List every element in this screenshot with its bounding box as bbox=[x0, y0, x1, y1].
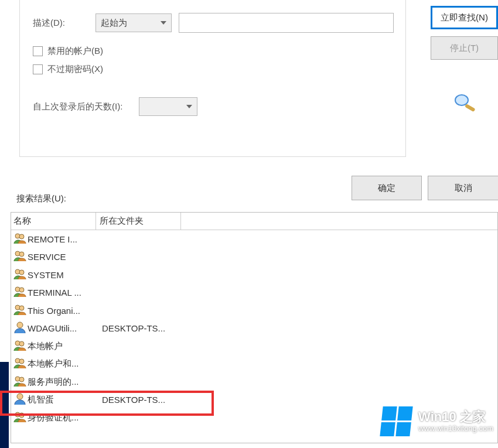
table-row[interactable]: This Organi... bbox=[11, 302, 497, 320]
results-header: 名称 所在文件夹 bbox=[11, 213, 497, 230]
svg-point-14 bbox=[19, 341, 24, 346]
table-row[interactable]: 服务声明的... bbox=[11, 373, 497, 391]
group-icon bbox=[13, 286, 26, 299]
days-since-logon-select[interactable] bbox=[139, 97, 197, 116]
cancel-label: 取消 bbox=[455, 183, 472, 194]
svg-point-18 bbox=[19, 377, 24, 382]
results-list[interactable]: 名称 所在文件夹 REMOTE I...SERVICESYSTEMTERMINA… bbox=[11, 212, 498, 443]
table-row[interactable]: TERMINAL ... bbox=[11, 284, 497, 302]
table-row[interactable]: 本地帐户和... bbox=[11, 355, 497, 374]
find-now-label: 立即查找(N) bbox=[441, 12, 488, 23]
nonexpiring-label: 不过期密码(X) bbox=[47, 64, 103, 75]
svg-point-11 bbox=[19, 306, 24, 310]
group-icon bbox=[13, 232, 26, 246]
find-now-button[interactable]: 立即查找(N) bbox=[431, 6, 498, 29]
svg-point-16 bbox=[19, 359, 24, 364]
group-icon bbox=[13, 304, 26, 317]
nonexpiring-row[interactable]: 不过期密码(X) bbox=[33, 64, 405, 75]
group-icon bbox=[13, 340, 26, 353]
user-icon bbox=[13, 393, 26, 406]
dialog-buttons: 确定 取消 bbox=[352, 176, 498, 200]
svg-point-0 bbox=[455, 95, 468, 105]
user-icon bbox=[13, 322, 26, 335]
group-icon bbox=[13, 268, 26, 282]
table-row[interactable]: SERVICE bbox=[11, 248, 497, 266]
description-operator-select[interactable]: 起始为 bbox=[95, 13, 172, 32]
group-icon bbox=[13, 250, 26, 264]
description-label: 描述(D): bbox=[33, 18, 88, 29]
chevron-down-icon bbox=[161, 21, 166, 25]
column-name[interactable]: 名称 bbox=[11, 213, 96, 230]
disabled-accounts-label: 禁用的帐户(B) bbox=[47, 46, 103, 57]
description-operator-value: 起始为 bbox=[101, 18, 127, 29]
row-name: 机智蛋 bbox=[28, 394, 54, 405]
chevron-down-icon bbox=[186, 105, 192, 108]
svg-rect-1 bbox=[465, 104, 476, 112]
table-row[interactable]: WDAGUtili...DESKTOP-TS... bbox=[11, 320, 497, 338]
row-name: 服务声明的... bbox=[28, 377, 79, 388]
checkbox-disabled-accounts[interactable] bbox=[33, 46, 43, 56]
row-name: WDAGUtili... bbox=[28, 323, 77, 333]
svg-point-19 bbox=[17, 394, 23, 399]
stop-label: 停止(T) bbox=[450, 43, 479, 54]
search-criteria-panel: 描述(D): 起始为 禁用的帐户(B) 不过期密码(X) 自上次登录后的天数(I… bbox=[19, 0, 406, 157]
group-icon bbox=[13, 357, 26, 371]
days-since-logon-label: 自上次登录后的天数(I): bbox=[33, 101, 122, 112]
right-button-column: 立即查找(N) 停止(T) bbox=[431, 6, 498, 113]
row-name: SERVICE bbox=[28, 252, 66, 262]
svg-point-5 bbox=[19, 252, 24, 257]
row-name: SYSTEM bbox=[28, 270, 64, 280]
checkbox-nonexpiring-password[interactable] bbox=[33, 64, 43, 74]
cancel-button[interactable]: 取消 bbox=[428, 176, 498, 200]
table-row[interactable]: 本地帐户 bbox=[11, 337, 497, 355]
row-name: TERMINAL ... bbox=[28, 288, 81, 297]
group-icon bbox=[13, 375, 26, 389]
row-name: 本地帐户 bbox=[28, 341, 63, 352]
column-folder[interactable]: 所在文件夹 bbox=[96, 213, 181, 230]
row-folder: DESKTOP-TS... bbox=[98, 395, 183, 405]
ok-button[interactable]: 确定 bbox=[352, 176, 422, 200]
ok-label: 确定 bbox=[378, 183, 395, 194]
table-row[interactable]: 身份验证机... bbox=[11, 409, 497, 427]
description-row: 描述(D): 起始为 bbox=[33, 13, 405, 33]
description-input[interactable] bbox=[179, 13, 394, 33]
row-name: This Organi... bbox=[28, 306, 80, 316]
results-body: REMOTE I...SERVICESYSTEMTERMINAL ...This… bbox=[11, 230, 497, 427]
svg-point-3 bbox=[19, 234, 24, 239]
row-name: REMOTE I... bbox=[28, 234, 77, 244]
group-icon bbox=[13, 411, 26, 425]
background-nav-strip bbox=[0, 362, 9, 448]
row-name: 本地帐户和... bbox=[28, 358, 79, 370]
table-row[interactable]: REMOTE I... bbox=[11, 230, 497, 248]
stop-button[interactable]: 停止(T) bbox=[431, 36, 498, 60]
svg-point-7 bbox=[19, 270, 24, 275]
table-row[interactable]: SYSTEM bbox=[11, 266, 497, 284]
svg-point-21 bbox=[19, 413, 24, 418]
row-name: 身份验证机... bbox=[28, 412, 79, 423]
table-row[interactable]: 机智蛋DESKTOP-TS... bbox=[11, 391, 497, 409]
svg-point-9 bbox=[19, 288, 24, 292]
days-since-logon-row: 自上次登录后的天数(I): bbox=[33, 97, 405, 116]
svg-point-12 bbox=[17, 322, 23, 328]
row-folder: DESKTOP-TS... bbox=[98, 323, 183, 333]
disabled-accounts-row[interactable]: 禁用的帐户(B) bbox=[33, 46, 405, 57]
search-results-label: 搜索结果(U): bbox=[16, 193, 66, 204]
search-icon bbox=[431, 92, 498, 113]
